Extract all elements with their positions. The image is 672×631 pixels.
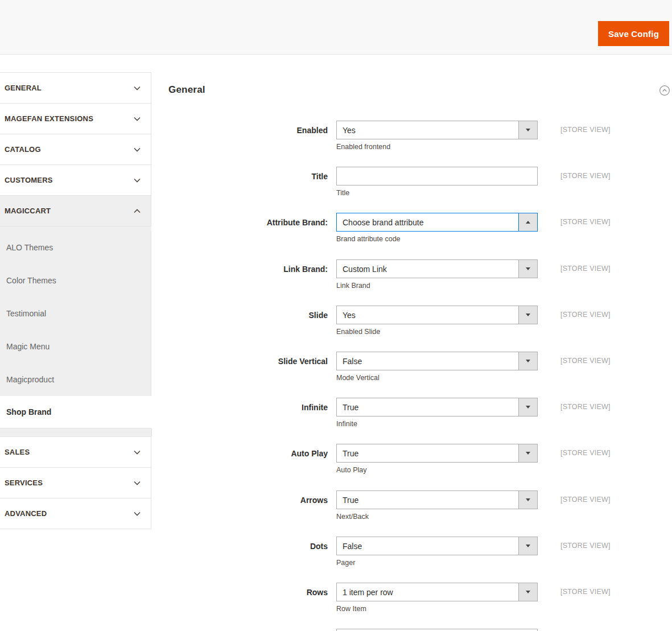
sidebar-section-label: MAGEFAN EXTENSIONS [5,114,93,123]
text-input[interactable] [336,167,538,185]
scope-label: [STORE VIEW] [560,449,611,457]
sidebar-item-shop-brand[interactable]: Shop Brand [0,396,151,428]
field-control: Yes Enabled Slide [336,306,538,336]
dropdown-arrow-icon[interactable] [518,352,537,370]
select-control[interactable]: Yes [336,306,538,324]
sidebar-section-magiccart[interactable]: MAGICCART [0,196,151,226]
field-row-slide-vertical: Slide Vertical False Mode Vertical [STOR… [168,352,672,386]
scope-label: [STORE VIEW] [560,542,611,550]
panel-title: General [168,84,205,96]
sidebar-item-testimonial[interactable]: Testimonial [0,297,151,330]
sidebar-section-label: GENERAL [5,84,42,92]
sidebar-item-label: Shop Brand [6,407,51,416]
dropdown-arrow-icon[interactable] [518,444,537,462]
sidebar-section-magefan-extensions[interactable]: MAGEFAN EXTENSIONS [0,104,151,134]
select-control[interactable]: Yes [336,121,538,139]
dropdown-arrow-icon[interactable] [518,260,537,278]
field-label: Enabled [168,121,328,139]
field-label: Dots [168,537,328,555]
dropdown-arrow-up-icon[interactable] [518,213,537,231]
field-control: False Mode Vertical [336,352,538,382]
field-control: False Pager [336,537,538,567]
field-note: Row Item [336,605,538,613]
field-row-attribute-brand: Attribute Brand: Choose brand attribute … [168,213,672,247]
sidebar-section-label: CUSTOMERS [5,176,53,184]
field-label: Auto Play [168,444,328,463]
select-control[interactable]: Choose brand attribute [336,213,538,232]
select-control[interactable]: True [336,490,538,509]
scope-label: [STORE VIEW] [560,172,611,180]
field-note: Pager [336,559,538,567]
field-control: 1 item per row Row Item [336,583,538,613]
select-value: Yes [337,306,518,324]
field-label: Attribute Brand: [168,213,328,232]
field-note: Enabled Slide [336,328,538,336]
scope-label: [STORE VIEW] [560,588,611,596]
save-config-button[interactable]: Save Config [598,21,669,46]
select-control[interactable]: False [336,537,538,555]
select-value: Choose brand attribute [337,213,518,231]
sidebar-section-sales[interactable]: SALES [0,437,151,468]
field-note: Link Brand [336,282,538,290]
field-row-auto-play: Auto Play True Auto Play [STORE VIEW] [168,444,672,478]
config-nav-sidebar: GENERAL MAGEFAN EXTENSIONS CATALOG CUSTO… [0,72,151,529]
field-control: True Infinite [336,398,538,428]
scope-label: [STORE VIEW] [560,403,611,411]
select-control[interactable]: True [336,444,538,463]
sidebar-item-color-themes[interactable]: Color Themes [0,264,151,297]
sidebar-item-label: Testimonial [6,309,46,318]
chevron-down-icon [133,114,142,123]
sidebar-item-label: Magic Menu [6,342,50,351]
chevron-down-icon [133,479,142,488]
dropdown-arrow-icon[interactable] [518,537,537,555]
field-control: True Auto Play [336,444,538,474]
sidebar-section-label: SERVICES [5,479,43,487]
sidebar-item-alo-themes[interactable]: ALO Themes [0,231,151,264]
select-value: True [337,444,518,462]
field-control: True Next/Back [336,490,538,521]
field-row-slide: Slide Yes Enabled Slide [STORE VIEW] [168,306,672,340]
select-control[interactable]: False [336,352,538,370]
sidebar-section-advanced[interactable]: ADVANCED [0,498,151,529]
sidebar-section-services[interactable]: SERVICES [0,468,151,498]
chevron-down-icon [133,448,142,457]
sidebar-subsection: ALO Themes Color Themes Testimonial Magi… [0,226,151,437]
sidebar-section-general[interactable]: GENERAL [0,73,151,104]
field-control: Yes Enabled frontend [336,121,538,151]
chevron-down-icon [133,145,142,154]
text-input[interactable] [336,629,538,631]
sidebar-section-catalog[interactable]: CATALOG [0,134,151,165]
sidebar-item-magicproduct[interactable]: Magicproduct [0,363,151,396]
sidebar-item-label: Magicproduct [6,375,54,384]
dropdown-arrow-icon[interactable] [518,583,537,601]
field-label: Rows [168,583,328,601]
field-row-enabled: Enabled Yes Enabled frontend [STORE VIEW… [168,121,672,155]
field-label: Arrows [168,490,328,509]
select-value: True [337,491,518,509]
field-note: Mode Vertical [336,374,538,382]
chevron-up-icon [133,207,142,216]
dropdown-arrow-icon[interactable] [518,121,537,139]
dropdown-arrow-icon[interactable] [518,398,537,416]
dropdown-arrow-icon[interactable] [518,306,537,324]
sidebar-section-customers[interactable]: CUSTOMERS [0,165,151,196]
select-value: 1 item per row [337,583,518,601]
field-label: Infinite [168,398,328,416]
scope-label: [STORE VIEW] [560,357,611,365]
scope-label: [STORE VIEW] [560,126,611,134]
field-note: Enabled frontend [336,143,538,151]
field-control: Title [336,167,538,197]
scope-label: [STORE VIEW] [560,218,611,226]
select-value: Yes [337,121,518,139]
sidebar-section-label: CATALOG [5,145,41,154]
sidebar-item-magic-menu[interactable]: Magic Menu [0,330,151,363]
select-control[interactable]: Custom Link [336,259,538,278]
chevron-down-icon [133,176,142,185]
select-control[interactable]: 1 item per row [336,583,538,601]
field-note: Auto Play [336,466,538,474]
field-label: Slide [168,306,328,324]
field-control: Choose brand attribute Brand attribute c… [336,213,538,243]
select-control[interactable]: True [336,398,538,416]
dropdown-arrow-icon[interactable] [518,491,537,509]
collapse-section-icon[interactable] [659,85,670,96]
